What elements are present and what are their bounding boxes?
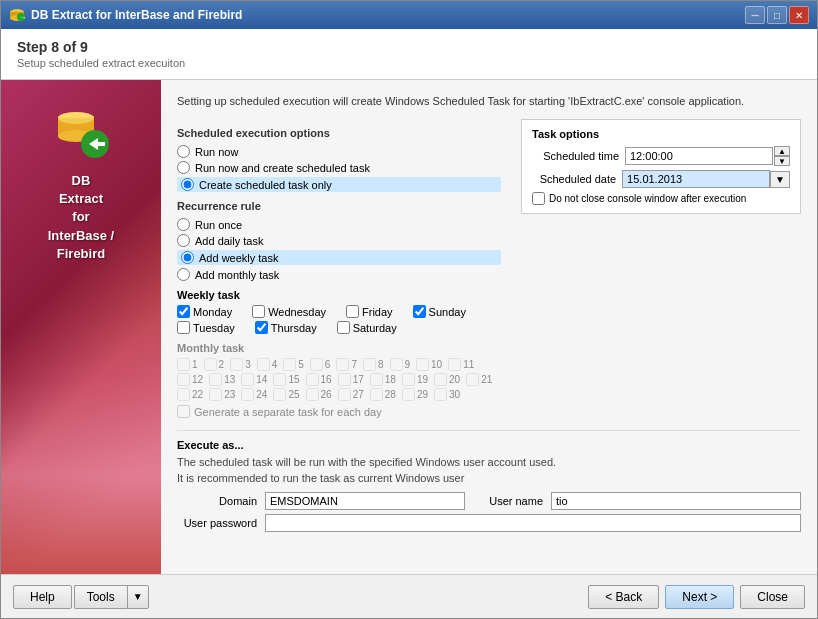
footer-right: < Back Next > Close <box>588 585 805 609</box>
scheduled-date-input[interactable] <box>622 170 770 188</box>
svg-text:→: → <box>19 13 26 22</box>
monthly-2[interactable]: 2 <box>204 358 225 371</box>
date-dropdown-btn[interactable]: ▼ <box>770 171 790 188</box>
weekly-thursday[interactable]: Thursday <box>255 321 317 334</box>
username-label: User name <box>473 495 543 507</box>
close-footer-button[interactable]: Close <box>740 585 805 609</box>
tools-dropdown-button[interactable]: ▼ <box>127 585 149 609</box>
radio-run-once[interactable]: Run once <box>177 218 501 231</box>
monthly-22[interactable]: 22 <box>177 388 203 401</box>
monthly-3[interactable]: 3 <box>230 358 251 371</box>
right-column: Task options Scheduled time ▲ ▼ <box>521 119 801 418</box>
two-col-layout: Scheduled execution options Run now Run … <box>177 119 801 418</box>
monthly-separate-label[interactable]: Generate a separate task for each day <box>177 405 501 418</box>
weekly-tuesday[interactable]: Tuesday <box>177 321 235 334</box>
radio-run-now[interactable]: Run now <box>177 145 501 158</box>
step-subtitle: Setup scheduled extract execuiton <box>17 57 801 69</box>
monthly-17[interactable]: 17 <box>338 373 364 386</box>
monthly-15[interactable]: 15 <box>273 373 299 386</box>
recurrence-rule-label: Recurrence rule <box>177 200 501 212</box>
time-input-group: ▲ ▼ <box>625 146 790 166</box>
weekly-wednesday[interactable]: Wednesday <box>252 305 326 318</box>
password-label: User password <box>177 517 257 529</box>
monthly-20[interactable]: 20 <box>434 373 460 386</box>
execute-as-title: Execute as... <box>177 439 801 451</box>
monthly-7[interactable]: 7 <box>336 358 357 371</box>
weekly-saturday[interactable]: Saturday <box>337 321 397 334</box>
monthly-13[interactable]: 13 <box>209 373 235 386</box>
weekly-friday[interactable]: Friday <box>346 305 393 318</box>
tools-split-button: Tools ▼ <box>74 585 149 609</box>
radio-create-only[interactable]: Create scheduled task only <box>177 177 501 192</box>
domain-row: Domain User name <box>177 492 801 510</box>
no-close-checkbox[interactable] <box>532 192 545 205</box>
monthly-24[interactable]: 24 <box>241 388 267 401</box>
title-bar-left: → DB Extract for InterBase and Firebird <box>9 7 242 23</box>
monthly-11[interactable]: 11 <box>448 358 474 371</box>
radio-monthly[interactable]: Add monthly task <box>177 268 501 281</box>
scheduled-options-label: Scheduled execution options <box>177 127 501 139</box>
scheduled-time-label: Scheduled time <box>532 150 619 162</box>
monthly-19[interactable]: 19 <box>402 373 428 386</box>
radio-weekly[interactable]: Add weekly task <box>177 250 501 265</box>
domain-input[interactable] <box>265 492 465 510</box>
sidebar-text: DB Extract for InterBase / Firebird <box>48 172 114 263</box>
info-text: Setting up scheduled execution will crea… <box>177 94 801 109</box>
monthly-task-section: Monthly task 1 2 3 4 5 6 7 8 9 10 <box>177 342 501 418</box>
close-button[interactable]: ✕ <box>789 6 809 24</box>
sidebar: DB Extract for InterBase / Firebird <box>1 80 161 574</box>
title-bar: → DB Extract for InterBase and Firebird … <box>1 1 817 29</box>
step-title: Step 8 of 9 <box>17 39 801 55</box>
tools-button[interactable]: Tools <box>74 585 127 609</box>
content-area: DB Extract for InterBase / Firebird Sett… <box>1 80 817 574</box>
window-title: DB Extract for InterBase and Firebird <box>31 8 242 22</box>
monthly-28[interactable]: 28 <box>370 388 396 401</box>
monthly-30[interactable]: 30 <box>434 388 460 401</box>
scheduled-time-input[interactable] <box>625 147 773 165</box>
back-button[interactable]: < Back <box>588 585 659 609</box>
monthly-12[interactable]: 12 <box>177 373 203 386</box>
monthly-6[interactable]: 6 <box>310 358 331 371</box>
monthly-25[interactable]: 25 <box>273 388 299 401</box>
footer-left: Help Tools ▼ <box>13 585 149 609</box>
scheduled-date-label: Scheduled date <box>532 173 616 185</box>
monthly-9[interactable]: 9 <box>390 358 411 371</box>
help-button[interactable]: Help <box>13 585 72 609</box>
time-spinner[interactable]: ▲ ▼ <box>774 146 790 166</box>
monthly-4[interactable]: 4 <box>257 358 278 371</box>
scheduled-date-row: Scheduled date ▼ <box>532 170 790 188</box>
sidebar-content: DB Extract for InterBase / Firebird <box>48 100 114 263</box>
monthly-16[interactable]: 16 <box>306 373 332 386</box>
monthly-5[interactable]: 5 <box>283 358 304 371</box>
monthly-23[interactable]: 23 <box>209 388 235 401</box>
app-icon: → <box>9 7 25 23</box>
weekly-task-section: Weekly task Monday Wednesday Friday <box>177 289 501 334</box>
time-spin-down[interactable]: ▼ <box>774 156 790 166</box>
monthly-18[interactable]: 18 <box>370 373 396 386</box>
execute-desc: The scheduled task will be run with the … <box>177 455 801 486</box>
maximize-button[interactable]: □ <box>767 6 787 24</box>
monthly-1[interactable]: 1 <box>177 358 198 371</box>
weekly-monday[interactable]: Monday <box>177 305 232 318</box>
monthly-27[interactable]: 27 <box>338 388 364 401</box>
radio-run-now-create[interactable]: Run now and create scheduled task <box>177 161 501 174</box>
monthly-14[interactable]: 14 <box>241 373 267 386</box>
monthly-10[interactable]: 10 <box>416 358 442 371</box>
monthly-26[interactable]: 26 <box>306 388 332 401</box>
monthly-8[interactable]: 8 <box>363 358 384 371</box>
weekly-sunday[interactable]: Sunday <box>413 305 466 318</box>
username-input[interactable] <box>551 492 801 510</box>
footer: Help Tools ▼ < Back Next > Close <box>1 574 817 618</box>
next-button[interactable]: Next > <box>665 585 734 609</box>
weekly-row-1: Monday Wednesday Friday Sunday <box>177 305 501 318</box>
minimize-button[interactable]: ─ <box>745 6 765 24</box>
monthly-29[interactable]: 29 <box>402 388 428 401</box>
execute-fields: Domain User name User password <box>177 492 801 532</box>
password-input[interactable] <box>265 514 801 532</box>
radio-daily[interactable]: Add daily task <box>177 234 501 247</box>
no-close-row[interactable]: Do not close console window after execut… <box>532 192 790 205</box>
step-header: Step 8 of 9 Setup scheduled extract exec… <box>1 29 817 80</box>
no-close-label: Do not close console window after execut… <box>549 193 746 204</box>
monthly-21[interactable]: 21 <box>466 373 492 386</box>
time-spin-up[interactable]: ▲ <box>774 146 790 156</box>
